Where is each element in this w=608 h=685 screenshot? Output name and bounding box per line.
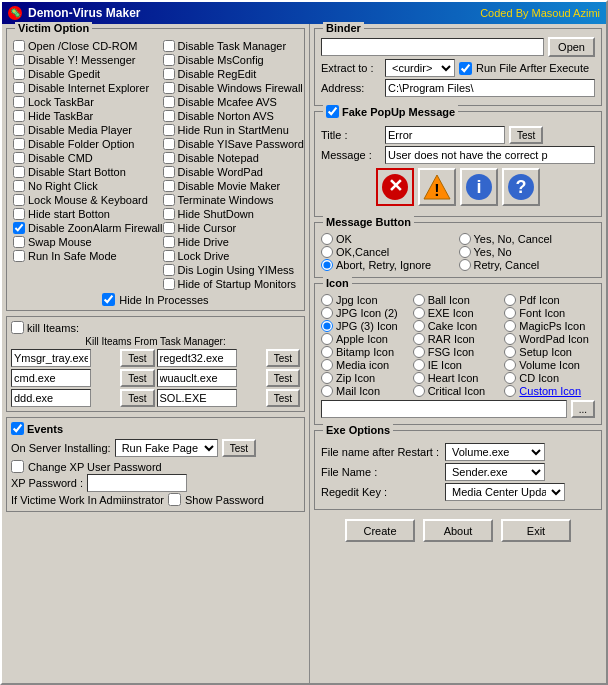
cb-run-safe[interactable]: Run In Safe Mode: [13, 250, 163, 262]
cb-hide-start[interactable]: Hide start Botton: [13, 208, 163, 220]
kill-test-6[interactable]: Test: [266, 389, 300, 407]
radio-fsg-icon[interactable]: FSG Icon: [413, 346, 504, 358]
radio-setup-icon[interactable]: Setup Icon: [504, 346, 595, 358]
radio-cd-icon[interactable]: CD Icon: [504, 372, 595, 384]
cb-hide-startup[interactable]: Hide of Startup Monitors: [163, 278, 304, 290]
file-restart-dropdown[interactable]: Volume.exe: [445, 443, 545, 461]
server-test-btn[interactable]: Test: [222, 439, 256, 457]
server-dropdown[interactable]: Run Fake Page None: [115, 439, 218, 457]
custom-icon-label[interactable]: Custom Icon: [519, 385, 581, 397]
radio-media-icon[interactable]: Media icon: [321, 359, 412, 371]
radio-volume-icon[interactable]: Volume Icon: [504, 359, 595, 371]
info-icon[interactable]: i: [460, 168, 498, 206]
cb-disable-start[interactable]: Disable Start Botton: [13, 166, 163, 178]
radio-zip-icon[interactable]: Zip Icon: [321, 372, 412, 384]
radio-jpg-icon[interactable]: Jpg Icon: [321, 294, 412, 306]
radio-ok[interactable]: OK: [321, 233, 458, 245]
radio-font-icon[interactable]: Font Icon: [504, 307, 595, 319]
run-file-cb[interactable]: [459, 62, 472, 75]
events-cb[interactable]: [11, 422, 24, 435]
cb-hide-taskbar[interactable]: Hide TaskBar: [13, 110, 163, 122]
cb-disable-ie[interactable]: Disable Internet Explorer: [13, 82, 163, 94]
cb-disable-cmd[interactable]: Disable CMD: [13, 152, 163, 164]
radio-custom-icon[interactable]: Custom Icon: [504, 385, 595, 397]
radio-critical-icon[interactable]: Critical Icon: [413, 385, 504, 397]
radio-magics-icon[interactable]: MagicPs Icon: [504, 320, 595, 332]
popup-test-btn[interactable]: Test: [509, 126, 543, 144]
about-button[interactable]: About: [423, 519, 493, 542]
radio-wordpad-icon[interactable]: WordPad Icon: [504, 333, 595, 345]
popup-title-input[interactable]: [385, 126, 505, 144]
kill-field-1[interactable]: [11, 349, 91, 367]
binder-file-input[interactable]: [321, 38, 544, 56]
radio-pdf-icon[interactable]: Pdf Icon: [504, 294, 595, 306]
kill-field-4[interactable]: [157, 369, 237, 387]
cb-no-right-click[interactable]: No Right Click: [13, 180, 163, 192]
cb-disable-y[interactable]: Disable Y! Messenger: [13, 54, 163, 66]
cb-disable-task[interactable]: Disable Task Manager: [163, 40, 304, 52]
radio-abort-retry[interactable]: Abort, Retry, Ignore: [321, 259, 458, 271]
kill-field-3[interactable]: [11, 369, 91, 387]
kill-field-5[interactable]: [11, 389, 91, 407]
cb-disable-gpedit[interactable]: Disable Gpedit: [13, 68, 163, 80]
kill-items-cb[interactable]: [11, 321, 24, 334]
file-name-dropdown[interactable]: Sender.exe: [445, 463, 545, 481]
regedit-key-dropdown[interactable]: Media Center Update: [445, 483, 565, 501]
radio-ok-cancel[interactable]: OK,Cancel: [321, 246, 458, 258]
radio-apple-icon[interactable]: Apple Icon: [321, 333, 412, 345]
cb-lock-drive[interactable]: Lock Drive: [163, 250, 304, 262]
create-button[interactable]: Create: [345, 519, 415, 542]
question-icon[interactable]: ?: [502, 168, 540, 206]
radio-bitamp-icon[interactable]: Bitamp Icon: [321, 346, 412, 358]
cb-swap-mouse[interactable]: Swap Mouse: [13, 236, 163, 248]
kill-field-2[interactable]: [157, 349, 237, 367]
extract-dropdown[interactable]: <curdir>: [385, 59, 455, 77]
radio-yes-no[interactable]: Yes, No: [459, 246, 596, 258]
cb-hide-run[interactable]: Hide Run in StartMenu: [163, 124, 304, 136]
xp-password-input[interactable]: [87, 474, 187, 492]
popup-message-input[interactable]: [385, 146, 595, 164]
kill-test-3[interactable]: Test: [120, 369, 154, 387]
error-icon[interactable]: ✕: [376, 168, 414, 206]
cb-disable-regedit[interactable]: Disable RegEdit: [163, 68, 304, 80]
cb-open-cd[interactable]: Open /Close CD-ROM: [13, 40, 163, 52]
cb-disable-wordpad[interactable]: Disable WordPad: [163, 166, 304, 178]
radio-exe-icon[interactable]: EXE Icon: [413, 307, 504, 319]
show-password-cb[interactable]: [168, 493, 181, 506]
cb-lock-taskbar[interactable]: Lock TaskBar: [13, 96, 163, 108]
cb-disable-zonealarm[interactable]: Disable ZoonAlarm Firewall: [13, 222, 163, 234]
cb-disable-mcafee[interactable]: Disable Mcafee AVS: [163, 96, 304, 108]
change-xp-cb[interactable]: [11, 460, 24, 473]
radio-rar-icon[interactable]: RAR Icon: [413, 333, 504, 345]
radio-retry-cancel[interactable]: Retry, Cancel: [459, 259, 596, 271]
cb-hide-drive[interactable]: Hide Drive: [163, 236, 304, 248]
radio-mail-icon[interactable]: Mail Icon: [321, 385, 412, 397]
radio-ie-icon[interactable]: IE Icon: [413, 359, 504, 371]
kill-field-6[interactable]: [157, 389, 237, 407]
radio-cake-icon[interactable]: Cake Icon: [413, 320, 504, 332]
radio-ball-icon[interactable]: Ball Icon: [413, 294, 504, 306]
fake-popup-cb[interactable]: [326, 105, 339, 118]
icon-browse-btn[interactable]: ...: [571, 400, 595, 418]
kill-test-1[interactable]: Test: [120, 349, 154, 367]
cb-disable-norton[interactable]: Disable Norton AVS: [163, 110, 304, 122]
cb-hide-cursor[interactable]: Hide Cursor: [163, 222, 304, 234]
binder-open-btn[interactable]: Open: [548, 37, 595, 57]
radio-jpg2-icon[interactable]: JPG Icon (2): [321, 307, 412, 319]
kill-test-5[interactable]: Test: [120, 389, 154, 407]
warning-icon[interactable]: !: [418, 168, 456, 206]
cb-dis-login[interactable]: Dis Login Using YIMess: [163, 264, 304, 276]
radio-heart-icon[interactable]: Heart Icon: [413, 372, 504, 384]
cb-disable-msconfig[interactable]: Disable MsConfig: [163, 54, 304, 66]
cb-hide-shutdown[interactable]: Hide ShutDown: [163, 208, 304, 220]
cb-disable-notepad[interactable]: Disable Notepad: [163, 152, 304, 164]
cb-disable-folder[interactable]: Disable Folder Option: [13, 138, 163, 150]
cb-terminate-win[interactable]: Terminate Windows: [163, 194, 304, 206]
cb-disable-ysave[interactable]: Disable YISave Password: [163, 138, 304, 150]
cb-disable-media[interactable]: Disable Media Player: [13, 124, 163, 136]
icon-path-input[interactable]: [321, 400, 567, 418]
cb-disable-movie[interactable]: Disable Movie Maker: [163, 180, 304, 192]
address-input[interactable]: [385, 79, 595, 97]
radio-jpg3-icon[interactable]: JPG (3) Icon: [321, 320, 412, 332]
radio-yes-no-cancel[interactable]: Yes, No, Cancel: [459, 233, 596, 245]
